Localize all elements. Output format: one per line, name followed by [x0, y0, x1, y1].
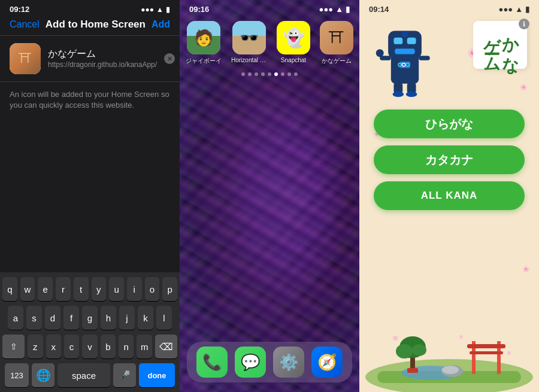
key-x[interactable]: x [46, 335, 61, 358]
home-screen-panel: 09:16 ●●● ▲ ▮ 🧑 ジャイボーイ 🕶️ Horizontal bar… [180, 0, 359, 392]
app-name-input[interactable] [48, 48, 157, 59]
svg-rect-3 [407, 38, 416, 44]
home-app-snapchat[interactable]: 👻 Snapchat [277, 21, 310, 65]
key-l[interactable]: l [156, 306, 172, 330]
keyboard-row-2: a s d f g h j k l [2, 306, 177, 330]
status-icons-p2: ●●● ▲ ▮ [319, 5, 350, 14]
hiragana-button[interactable]: ひらがな [374, 110, 525, 138]
add-to-home-screen-panel: 09:12 ●●● ▲ ▮ Cancel Add to Home Screen … [0, 0, 180, 392]
number-key[interactable]: 123 [5, 363, 29, 387]
snapchat-ghost-icon: 👻 [283, 28, 305, 48]
mic-key[interactable]: 🎤 [113, 363, 136, 387]
status-icons-p1: ●●● ▲ ▮ [141, 5, 170, 14]
dock-safari-icon[interactable]: 🧭 [311, 347, 343, 378]
page-dot-9 [294, 72, 298, 76]
add-button[interactable]: Add [152, 19, 170, 30]
page-dot-8 [287, 72, 291, 76]
time-display-p2: 09:16 [189, 5, 209, 14]
all-kana-button[interactable]: ALL KANA [374, 181, 525, 210]
key-s[interactable]: s [26, 306, 42, 330]
done-key[interactable]: done [139, 363, 175, 387]
key-f[interactable]: f [63, 306, 79, 330]
clear-button[interactable]: ✕ [164, 53, 175, 64]
page-dots [180, 72, 359, 76]
dock-settings-icon[interactable]: ⚙️ [273, 347, 304, 378]
key-j[interactable]: j [119, 306, 135, 330]
kana-title-card: かなゲーム ℹ [473, 21, 527, 69]
home-app-kana[interactable]: ⛩ かなゲーム [320, 21, 353, 65]
app-url: https://dragonir.github.io/kanaApp/ [48, 60, 157, 69]
key-r[interactable]: r [56, 277, 71, 301]
svg-point-11 [393, 92, 404, 97]
key-y[interactable]: y [92, 277, 107, 301]
status-bar-p2: 09:16 ●●● ▲ ▮ [180, 0, 359, 16]
key-n[interactable]: n [119, 335, 134, 358]
torii-icon: ⛩ [19, 51, 32, 66]
hbar-avatar: 🕶️ [232, 21, 266, 54]
key-d[interactable]: d [45, 306, 60, 330]
page-dot-7 [281, 72, 284, 76]
svg-point-31 [442, 366, 459, 374]
svg-rect-13 [399, 62, 411, 68]
battery-icon-p2: ▮ [346, 5, 350, 14]
cancel-button[interactable]: Cancel [10, 19, 40, 30]
key-a[interactable]: a [8, 306, 23, 330]
app-info-row: ⛩ https://dragonir.github.io/kanaApp/ ✕ [0, 36, 180, 82]
wifi-icon-p3: ▲ [515, 5, 523, 14]
katakana-button[interactable]: カタカナ [374, 145, 525, 174]
key-i[interactable]: i [127, 277, 142, 301]
signal-icon: ●●● [141, 5, 154, 14]
snapchat-icon[interactable]: 👻 [277, 21, 310, 54]
svg-rect-2 [393, 38, 402, 44]
page-dot-4 [261, 72, 265, 76]
home-app-jaiboy[interactable]: 🧑 ジャイボーイ [186, 21, 222, 65]
key-g[interactable]: g [82, 306, 98, 330]
battery-icon: ▮ [166, 5, 170, 14]
info-badge[interactable]: ℹ [519, 19, 529, 29]
sakura-petal-4: 🌸 [522, 266, 529, 272]
key-o[interactable]: o [145, 277, 160, 301]
key-w[interactable]: w [20, 277, 35, 301]
svg-rect-28 [467, 344, 505, 348]
key-e[interactable]: e [38, 277, 53, 301]
kana-title-line1: かなゲーム [482, 26, 519, 64]
kana-buttons: ひらがな カタカナ ALL KANA [359, 110, 539, 210]
svg-rect-7 [419, 56, 430, 60]
emoji-key[interactable]: 🌐 [32, 363, 54, 387]
kana-home-icon[interactable]: ⛩ [320, 21, 353, 54]
key-u[interactable]: u [109, 277, 124, 301]
status-icons-p3: ●●● ▲ ▮ [499, 5, 529, 14]
page-dot-3 [255, 72, 258, 76]
space-key[interactable]: space [57, 363, 110, 387]
kana-header: かなゲーム ℹ [359, 16, 539, 100]
signal-icon-p2: ●●● [319, 5, 334, 14]
keyboard-bottom-row: 123 🌐 space 🎤 done [2, 363, 177, 387]
key-t[interactable]: t [74, 277, 89, 301]
svg-rect-29 [470, 351, 503, 354]
key-m[interactable]: m [137, 335, 152, 358]
key-k[interactable]: k [138, 306, 153, 330]
dialog-title: Add to Home Screen [46, 19, 146, 31]
mascot-area [369, 20, 441, 100]
svg-point-34 [459, 335, 463, 339]
key-b[interactable]: b [101, 335, 116, 358]
app-text-info: https://dragonir.github.io/kanaApp/ [48, 48, 157, 69]
key-v[interactable]: v [82, 335, 97, 358]
key-q[interactable]: q [2, 277, 17, 301]
dock-messages-icon[interactable]: 💬 [235, 347, 266, 378]
info-text: An icon will be added to your Home Scree… [0, 82, 180, 118]
key-p[interactable]: p [162, 277, 177, 301]
hbar-icon[interactable]: 🕶️ [232, 21, 266, 54]
shift-key[interactable]: ⇧ [2, 335, 25, 358]
key-z[interactable]: z [28, 335, 43, 358]
key-c[interactable]: c [64, 335, 79, 358]
home-app-hbar[interactable]: 🕶️ Horizontal bar [231, 21, 267, 65]
jaiboy-icon[interactable]: 🧑 [187, 21, 220, 54]
key-h[interactable]: h [101, 306, 116, 330]
kana-home-label: かなゲーム [322, 57, 352, 65]
dock-phone-icon[interactable]: 📞 [196, 347, 228, 378]
dialog-nav: Cancel Add to Home Screen Add [0, 16, 180, 36]
svg-point-8 [376, 49, 384, 57]
delete-key[interactable]: ⌫ [155, 335, 177, 358]
jaiboy-avatar: 🧑 [187, 21, 220, 54]
